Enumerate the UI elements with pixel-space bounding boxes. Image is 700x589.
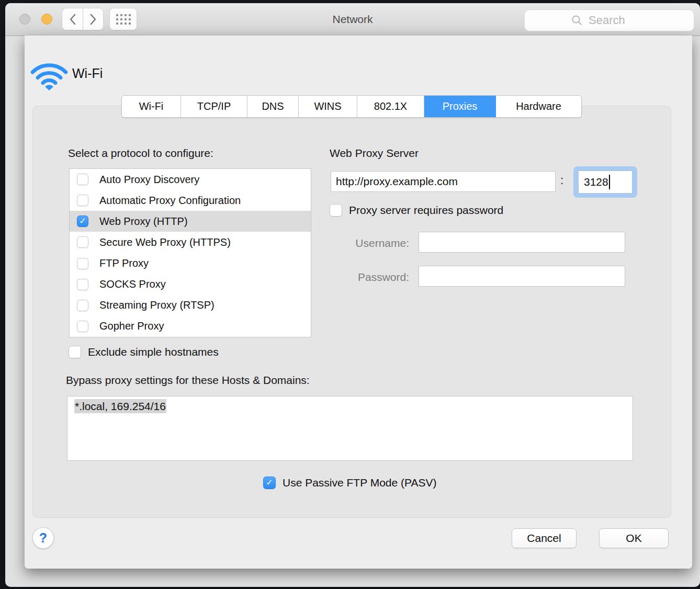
grid-icon — [116, 14, 131, 25]
exclude-simple-hostnames-checkbox[interactable] — [69, 346, 81, 358]
username-input[interactable] — [419, 232, 625, 253]
tab-bar: Wi-Fi TCP/IP DNS WINS 802.1X Proxies Har… — [121, 95, 582, 118]
chevron-left-icon — [69, 14, 76, 25]
passive-ftp-label: Use Passive FTP Mode (PASV) — [283, 477, 436, 489]
protocol-label: Web Proxy (HTTP) — [99, 216, 188, 228]
protocol-label: Automatic Proxy Configuration — [99, 195, 241, 207]
passive-ftp-row: ✓ Use Passive FTP Mode (PASV) — [263, 477, 436, 489]
tab-tcpip[interactable]: TCP/IP — [181, 96, 247, 117]
checkbox[interactable] — [77, 300, 88, 311]
network-window: Network Wi-Fi — [5, 3, 700, 587]
protocol-label: Gopher Proxy — [99, 320, 164, 332]
check-icon: ✓ — [266, 479, 273, 487]
port-value: 3128 — [584, 176, 608, 188]
tab-dns[interactable]: DNS — [247, 96, 299, 117]
check-icon: ✓ — [79, 217, 86, 225]
protocol-label: Auto Proxy Discovery — [99, 174, 199, 186]
help-button[interactable]: ? — [32, 527, 54, 549]
protocol-row-socks-proxy[interactable]: SOCKS Proxy — [70, 274, 311, 295]
tab-wifi[interactable]: Wi-Fi — [122, 96, 181, 117]
show-all-button[interactable] — [109, 8, 137, 30]
tab-8021x[interactable]: 802.1X — [357, 96, 424, 117]
title-bar: Network — [5, 3, 700, 36]
checkbox-checked[interactable]: ✓ — [77, 216, 88, 227]
cancel-button[interactable]: Cancel — [512, 528, 577, 548]
close-button[interactable] — [19, 14, 30, 25]
protocol-row-streaming-proxy-rtsp[interactable]: Streaming Proxy (RTSP) — [70, 295, 311, 316]
search-input[interactable] — [588, 13, 647, 28]
protocol-row-auto-proxy-discovery[interactable]: Auto Proxy Discovery — [70, 169, 311, 190]
protocol-row-gopher-proxy[interactable]: Gopher Proxy — [70, 316, 311, 337]
bypass-heading: Bypass proxy settings for these Hosts & … — [66, 374, 310, 387]
protocol-label: Secure Web Proxy (HTTPS) — [99, 236, 231, 248]
protocol-row-automatic-proxy-configuration[interactable]: Automatic Proxy Configuration — [70, 190, 311, 211]
requires-password-label: Proxy server requires password — [349, 204, 503, 217]
proxies-sheet: Wi-Fi Wi-Fi TCP/IP DNS WINS 802.1X Proxi… — [25, 36, 692, 569]
service-name: Wi-Fi — [72, 66, 103, 81]
protocol-row-secure-web-proxy-https[interactable]: Secure Web Proxy (HTTPS) — [70, 232, 311, 253]
ok-button[interactable]: OK — [599, 528, 669, 548]
checkbox[interactable] — [77, 195, 88, 206]
help-icon: ? — [39, 530, 47, 546]
minimize-button[interactable] — [41, 14, 52, 25]
exclude-simple-hostnames-row: Exclude simple hostnames — [69, 346, 219, 358]
requires-password-checkbox[interactable] — [330, 204, 342, 217]
protocol-list: Auto Proxy Discovery Automatic Proxy Con… — [69, 168, 311, 337]
protocol-row-web-proxy-http[interactable]: ✓ Web Proxy (HTTP) — [70, 211, 311, 232]
search-field[interactable] — [524, 9, 694, 31]
checkbox[interactable] — [77, 236, 88, 248]
exclude-simple-hostnames-label: Exclude simple hostnames — [88, 346, 219, 358]
tab-hardware[interactable]: Hardware — [496, 96, 581, 117]
bypass-value: *.local, 169.254/16 — [74, 399, 166, 413]
back-button[interactable] — [62, 8, 83, 30]
username-label: Username: — [331, 237, 409, 250]
checkbox[interactable] — [77, 258, 88, 269]
proxy-port-input[interactable]: 3128 — [578, 171, 633, 194]
password-input[interactable] — [419, 266, 625, 287]
passive-ftp-checkbox[interactable]: ✓ — [263, 477, 276, 489]
port-separator: : — [560, 174, 563, 187]
chevron-right-icon — [89, 14, 97, 25]
web-proxy-server-heading: Web Proxy Server — [330, 147, 419, 160]
requires-password-row: Proxy server requires password — [330, 204, 503, 217]
tab-proxies[interactable]: Proxies — [424, 96, 496, 117]
protocol-label: FTP Proxy — [99, 257, 149, 269]
forward-button[interactable] — [83, 8, 104, 30]
protocol-row-ftp-proxy[interactable]: FTP Proxy — [70, 253, 311, 274]
search-icon — [571, 15, 583, 26]
checkbox[interactable] — [77, 321, 88, 332]
wifi-icon — [30, 59, 68, 91]
password-label: Password: — [331, 271, 409, 284]
protocol-label: Streaming Proxy (RTSP) — [99, 299, 214, 311]
text-caret — [609, 175, 610, 189]
bypass-textarea[interactable]: *.local, 169.254/16 — [67, 396, 633, 461]
nav-buttons — [62, 8, 104, 30]
protocol-list-heading: Select a protocol to configure: — [68, 147, 213, 160]
protocol-label: SOCKS Proxy — [99, 278, 166, 290]
port-focus-ring: 3128 — [573, 166, 637, 198]
checkbox[interactable] — [77, 174, 88, 185]
proxy-server-input[interactable] — [331, 171, 556, 192]
tab-wins[interactable]: WINS — [299, 96, 357, 117]
checkbox[interactable] — [77, 279, 88, 290]
